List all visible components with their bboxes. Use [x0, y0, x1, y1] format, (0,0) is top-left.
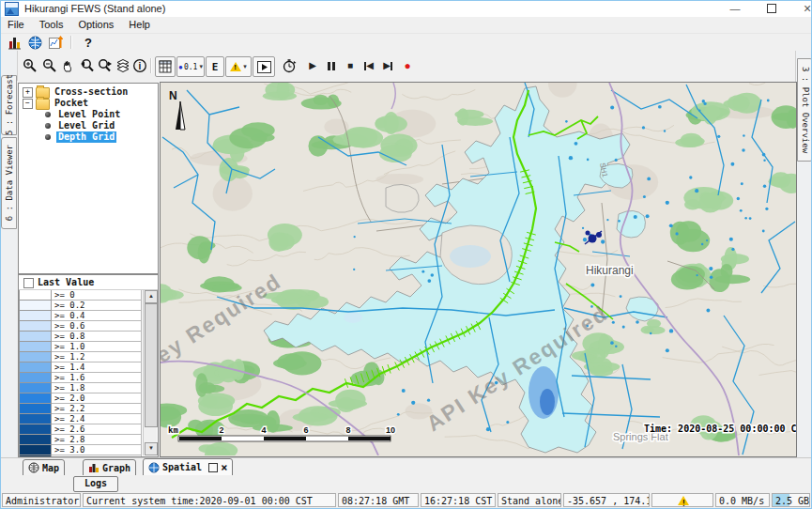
tab-close-icon[interactable]: ×	[221, 463, 227, 472]
legend-row[interactable]: >= 3.2	[19, 455, 142, 456]
hand-icon	[61, 58, 76, 73]
map-time-label: Time: 2020-08-25 00:00:00 CST	[644, 424, 796, 434]
menu-help[interactable]: Help	[121, 17, 158, 33]
legend-row[interactable]: >= 2.0	[19, 393, 142, 404]
tab-map[interactable]: Map	[23, 459, 65, 476]
main-toolbar: ?	[0, 33, 812, 52]
tree-item-pocket[interactable]: − Pocket	[19, 98, 158, 109]
tab-map-label: Map	[42, 463, 59, 473]
collapse-icon[interactable]: −	[23, 99, 33, 109]
legend-row[interactable]: >= 2.6	[19, 424, 142, 435]
help-button[interactable]: ?	[81, 35, 96, 51]
legend-row[interactable]: >= 1.4	[19, 362, 142, 373]
memory-text: 2.5 GB	[773, 496, 809, 506]
legend-label: >= 0.2	[52, 301, 142, 311]
legend-row[interactable]: >= 1.6	[19, 373, 142, 383]
wire-globe-icon	[28, 462, 39, 473]
tree-item-label[interactable]: Pocket	[53, 98, 90, 109]
scale-unit: km	[168, 425, 178, 435]
map-display-button[interactable]	[26, 35, 43, 51]
chart-arrow-icon	[49, 36, 63, 50]
zoom-previous-button[interactable]	[78, 56, 96, 74]
stop-button[interactable]: ■	[342, 56, 359, 75]
map-view[interactable]: API Key Required API Key Required Hikura…	[160, 82, 797, 457]
legend-row[interactable]: >= 1.8	[19, 383, 142, 393]
tree-item-label-selected[interactable]: Depth Grid	[56, 131, 116, 143]
globe-icon	[28, 36, 42, 50]
legend-swatch	[19, 362, 52, 373]
legend-row[interactable]: >= 0.2	[19, 301, 142, 311]
legend-swatch	[19, 383, 52, 393]
menu-file[interactable]: File	[0, 17, 32, 33]
record-button[interactable]: ●	[400, 56, 415, 75]
legend-row[interactable]: >= 1.0	[19, 342, 142, 352]
application-window: Hikurangi FEWS (Stand alone) — × File To…	[0, 0, 812, 509]
layers-button[interactable]	[114, 56, 131, 74]
zoom-in-button[interactable]	[21, 56, 38, 74]
status-user: Administrator	[2, 493, 81, 507]
expand-icon[interactable]: +	[23, 87, 33, 98]
legend-row[interactable]: >= 2.8	[19, 435, 142, 445]
scale-tick: 6	[303, 425, 308, 435]
step-back-button[interactable]: ◀	[360, 56, 377, 75]
tab-plot-overview[interactable]: 3 : Plot Overview	[797, 58, 812, 162]
play-button[interactable]: ▶	[304, 56, 321, 75]
pan-button[interactable]	[59, 56, 77, 74]
timeseries-button[interactable]	[47, 35, 64, 51]
menu-tools[interactable]: Tools	[32, 17, 71, 33]
status-local-time: 16:27:18 CST	[421, 493, 496, 507]
close-button[interactable]: ×	[792, 0, 812, 17]
legend-label: >= 0	[52, 290, 142, 301]
maximize-button[interactable]	[757, 0, 787, 17]
logs-button[interactable]: Logs	[73, 476, 118, 492]
legend-row[interactable]: >= 3.0	[19, 445, 142, 455]
scroll-up-icon[interactable]: ▲	[145, 290, 158, 303]
legend-row[interactable]: >= 2.2	[19, 404, 142, 414]
info-button[interactable]: i	[130, 56, 148, 74]
pause-button[interactable]	[323, 56, 340, 75]
scroll-down-icon[interactable]: ▼	[145, 442, 158, 455]
last-value-checkbox[interactable]	[23, 278, 34, 288]
tree-item-depth-grid[interactable]: Depth Grid	[19, 131, 158, 143]
tree-item-label[interactable]: Level Grid	[56, 120, 116, 131]
step-forward-button[interactable]: ▶	[379, 56, 396, 75]
legend-row[interactable]: >= 2.4	[19, 414, 142, 424]
bottom-tab-bar: Map Graph Spatial ×	[0, 457, 812, 476]
stopwatch-icon	[282, 58, 297, 73]
profile-button[interactable]: E	[206, 56, 224, 77]
animation-button[interactable]	[253, 56, 275, 77]
explorer-button[interactable]	[6, 35, 23, 51]
minimize-button[interactable]: —	[720, 0, 750, 17]
legend-swatch	[19, 290, 52, 301]
tree-item-label[interactable]: Level Point	[56, 109, 122, 120]
tree-item-level-grid[interactable]: Level Grid	[19, 120, 158, 131]
legend-label: >= 1.6	[52, 373, 142, 383]
legend-row[interactable]: >= 1.2	[19, 352, 142, 362]
tree-item-label[interactable]: Cross-section	[53, 86, 130, 98]
time-settings-button[interactable]	[280, 56, 299, 75]
legend-label: >= 2.6	[52, 424, 142, 435]
status-memory: 2.5 GB	[772, 493, 810, 507]
legend-title: Last Value	[38, 275, 94, 289]
grid-display-button[interactable]	[155, 56, 176, 77]
legend-swatch	[19, 455, 52, 456]
zoom-out-button[interactable]	[40, 56, 58, 74]
legend-row[interactable]: >= 0.6	[19, 321, 142, 332]
warnings-dropdown[interactable]: ▾	[225, 56, 252, 77]
tab-maximize-icon[interactable]	[208, 463, 218, 472]
legend-row[interactable]: >= 0	[19, 290, 142, 301]
scrollbar-thumb[interactable]	[145, 303, 158, 427]
tab-forecast[interactable]: 5 : Forecast	[1, 75, 17, 135]
pause-icon	[332, 62, 335, 70]
legend-row[interactable]: >= 0.8	[19, 332, 142, 342]
contour-interval-dropdown[interactable]: ● 0.1 ▾	[176, 56, 205, 77]
legend-row[interactable]: >= 0.4	[19, 311, 142, 321]
legend-scrollbar[interactable]: ▲ ▼	[143, 290, 157, 455]
tab-data-viewer[interactable]: 6 : Data Viewer	[1, 137, 17, 229]
tab-graph[interactable]: Graph	[83, 459, 136, 476]
menu-options[interactable]: Options	[70, 17, 121, 33]
tree-item-level-point[interactable]: Level Point	[19, 109, 158, 120]
zoom-next-button[interactable]	[96, 56, 114, 74]
tab-spatial[interactable]: Spatial ×	[143, 458, 233, 476]
scale-tick: 8	[345, 425, 350, 435]
